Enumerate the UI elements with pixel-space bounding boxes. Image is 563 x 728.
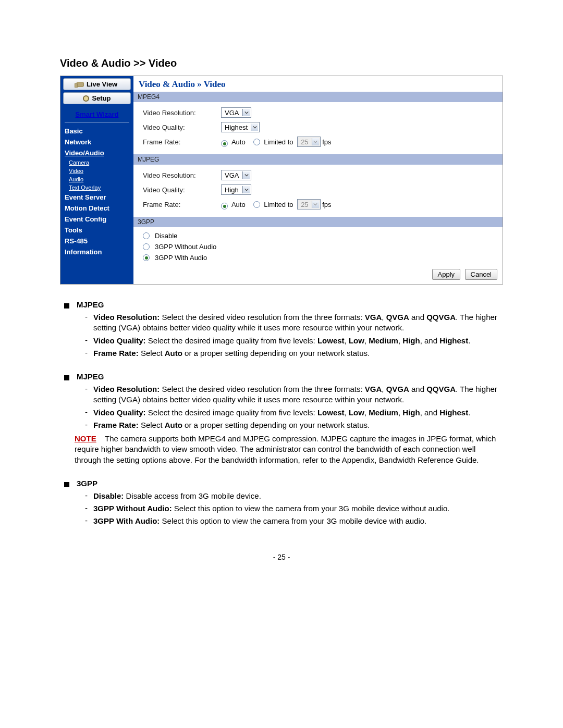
sub-text-overlay[interactable]: Text Overlay — [65, 183, 129, 192]
sub-video[interactable]: Video — [65, 167, 129, 175]
sidebar: Live View Setup Smart Wizard Basic Netwo… — [60, 76, 133, 284]
3gpp-header: 3GPP — [133, 217, 503, 227]
doc-vq-2: Video Quality: Select the desired image … — [93, 408, 503, 418]
dash-icon: - — [85, 491, 93, 501]
camera-icon — [77, 82, 84, 87]
square-bullet-icon — [64, 482, 69, 487]
chevron-down-icon — [312, 201, 319, 208]
3gpp-without-radio[interactable] — [143, 243, 150, 250]
mjpeg-heading-1: MJPEG — [77, 300, 104, 309]
doc-vr-2: Video Resolution: Select the desired vid… — [93, 384, 503, 405]
sub-camera[interactable]: Camera — [65, 158, 129, 167]
mjpeg-quality-value: High — [225, 186, 239, 194]
nav-tools[interactable]: Tools — [65, 225, 129, 236]
config-panel: Live View Setup Smart Wizard Basic Netwo… — [60, 76, 503, 285]
nav-basic[interactable]: Basic — [65, 126, 129, 137]
mjpeg-quality-label: Video Quality: — [143, 186, 221, 194]
doc-body: MJPEG - Video Resolution: Select the des… — [60, 300, 503, 527]
chevron-down-icon — [242, 171, 250, 179]
mpeg4-fps-select[interactable]: 25 — [297, 137, 320, 147]
doc-disable: Disable: Disable access from 3G mobile d… — [93, 491, 503, 501]
mjpeg-quality-select[interactable]: High — [221, 184, 251, 195]
mpeg4-limited-text: Limited to — [264, 138, 293, 146]
mpeg4-quality-label: Video Quality: — [143, 124, 221, 131]
dash-icon: - — [85, 420, 93, 430]
nav-network[interactable]: Network — [65, 137, 129, 147]
mjpeg-fps-select[interactable]: 25 — [297, 199, 320, 209]
doc-vr-1: Video Resolution: Select the desired vid… — [93, 312, 503, 334]
smart-wizard-link[interactable]: Smart Wizard — [65, 107, 129, 122]
mpeg4-resolution-value: VGA — [225, 109, 239, 117]
3gpp-with-radio[interactable] — [143, 254, 150, 261]
nav-information[interactable]: Information — [65, 246, 129, 257]
dash-icon: - — [85, 408, 93, 418]
mpeg4-header: MPEG4 — [133, 92, 503, 102]
dash-icon: - — [85, 384, 93, 405]
apply-button[interactable]: Apply — [432, 269, 461, 280]
mpeg4-resolution-label: Video Resolution: — [143, 109, 221, 117]
mjpeg-resolution-label: Video Resolution: — [143, 171, 221, 179]
nav-video-audio[interactable]: Video/Audio — [65, 147, 129, 158]
chevron-down-icon — [242, 186, 250, 193]
mjpeg-auto-radio[interactable] — [221, 203, 228, 209]
chevron-down-icon — [242, 109, 250, 116]
content-area: Video & Audio » Video MPEG4 Video Resolu… — [133, 76, 503, 284]
mpeg4-limited-radio[interactable] — [253, 139, 260, 145]
mpeg4-framerate-label: Frame Rate: — [143, 138, 221, 146]
3gpp-disable-text: Disable — [155, 232, 177, 240]
doc-with-audio: 3GPP With Audio: Select this option to v… — [93, 516, 503, 526]
dash-icon: - — [85, 516, 93, 526]
dash-icon: - — [85, 503, 93, 514]
mjpeg-header: MJPEG — [133, 154, 503, 165]
nav-event-config[interactable]: Event Config — [65, 214, 129, 225]
chevron-down-icon — [312, 138, 319, 145]
mjpeg-heading-2: MJPEG — [77, 372, 104, 381]
3gpp-without-text: 3GPP Without Audio — [155, 243, 216, 251]
gear-icon — [83, 95, 89, 102]
3gpp-disable-radio[interactable] — [143, 232, 150, 239]
page-number: - 25 - — [60, 553, 503, 561]
live-view-label: Live View — [87, 80, 117, 88]
mpeg4-auto-text: Auto — [231, 138, 246, 146]
live-view-button[interactable]: Live View — [63, 78, 131, 90]
mjpeg-fps-value: 25 — [301, 201, 308, 208]
mpeg4-quality-value: Highest — [225, 124, 248, 131]
doc-fr-2: Frame Rate: Select Auto or a proper sett… — [93, 420, 503, 430]
square-bullet-icon — [64, 303, 69, 309]
mjpeg-limited-text: Limited to — [264, 201, 293, 208]
cancel-button[interactable]: Cancel — [465, 269, 497, 280]
mpeg4-fps-value: 25 — [301, 138, 308, 146]
nav-motion-detect[interactable]: Motion Detect — [65, 203, 129, 214]
doc-fr-1: Frame Rate: Select Auto or a proper sett… — [93, 348, 503, 359]
mjpeg-resolution-select[interactable]: VGA — [221, 170, 251, 180]
page-heading: Video & Audio >> Video — [60, 57, 503, 69]
mjpeg-auto-text: Auto — [231, 201, 246, 208]
dash-icon: - — [85, 348, 93, 359]
note-paragraph: NOTE The camera supports both MPEG4 and … — [75, 434, 503, 465]
doc-vq-1: Video Quality: Select the desired image … — [93, 336, 503, 346]
sub-audio[interactable]: Audio — [65, 175, 129, 183]
mjpeg-framerate-label: Frame Rate: — [143, 201, 221, 208]
mjpeg-resolution-value: VGA — [225, 171, 239, 179]
doc-without-audio: 3GPP Without Audio: Select this option t… — [93, 503, 503, 514]
mpeg4-auto-radio[interactable] — [221, 140, 228, 147]
square-bullet-icon — [64, 375, 69, 380]
mpeg4-quality-select[interactable]: Highest — [221, 122, 260, 132]
smart-wizard-label: Smart Wizard — [76, 110, 119, 118]
setup-label: Setup — [92, 94, 111, 102]
nav-event-server[interactable]: Event Server — [65, 192, 129, 203]
chevron-down-icon — [251, 124, 258, 131]
dash-icon: - — [85, 336, 93, 346]
mjpeg-fps-unit: fps — [322, 201, 331, 208]
nav-rs485[interactable]: RS-485 — [65, 236, 129, 246]
mpeg4-fps-unit: fps — [322, 138, 331, 146]
content-title: Video & Audio » Video — [133, 76, 503, 92]
setup-button[interactable]: Setup — [63, 92, 131, 104]
mpeg4-resolution-select[interactable]: VGA — [221, 107, 251, 118]
dash-icon: - — [85, 312, 93, 334]
3gpp-heading: 3GPP — [77, 479, 97, 488]
3gpp-with-text: 3GPP With Audio — [155, 254, 207, 262]
mjpeg-limited-radio[interactable] — [253, 201, 260, 208]
